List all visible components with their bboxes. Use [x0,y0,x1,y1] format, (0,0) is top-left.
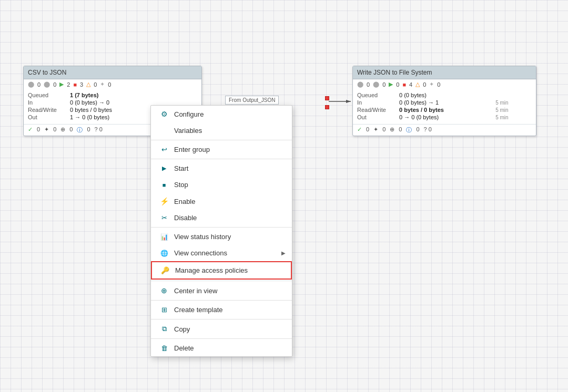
menu-item-stop[interactable]: ■ Stop [151,177,292,193]
stop-icon: ■ [159,182,169,188]
view-status-history-icon: 📊 [159,233,169,241]
menu-item-view-connections[interactable]: 🌐 View connections ▶ [151,245,292,261]
divider-3 [151,227,292,228]
create-template-icon: ⊞ [159,306,169,314]
copy-label: Copy [174,325,190,333]
disable-icon: ✂ [159,214,169,222]
center-in-view-icon: ⊕ [159,286,169,295]
divider-5 [151,300,292,301]
start-icon: ▶ [159,165,169,172]
csv-to-json-stats: ⬤ 0 ⬤ 0 ▶ 2 ■ 3 △ 0 ✦ 0 [24,79,201,89]
port-output-top [325,96,329,100]
view-connections-label: View connections [174,249,227,257]
manage-access-policies-icon: 🔑 [160,266,170,274]
enter-group-label: Enter group [174,146,210,153]
menu-item-configure[interactable]: ⚙ Configure [151,106,292,122]
start-label: Start [174,164,188,172]
submenu-arrow-icon: ▶ [281,250,286,256]
menu-item-create-template[interactable]: ⊞ Create template [151,302,292,318]
create-template-label: Create template [174,306,223,314]
stop-label: Stop [174,181,188,189]
configure-icon: ⚙ [159,110,169,118]
write-json-title: Write JSON to File System [353,66,536,79]
enable-label: Enable [174,198,195,205]
menu-item-enter-group[interactable]: ↩ Enter group [151,141,292,158]
divider-6 [151,319,292,319]
menu-item-copy[interactable]: ⧉ Copy [151,321,292,337]
connection-from-label: From Output_JSON [225,96,279,105]
write-json-footer: ✓ 0 ✦ 0 ⊕ 0 ⓘ 0 ? 0 [353,124,536,136]
divider-7 [151,338,292,339]
delete-label: Delete [174,344,194,352]
center-in-view-label: Center in view [174,287,217,295]
node-title-text: Write JSON to File System [357,69,432,76]
configure-label: Configure [174,110,204,118]
menu-item-center-in-view[interactable]: ⊕ Center in view [151,282,292,299]
menu-item-start[interactable]: ▶ Start [151,160,292,177]
manage-access-policies-label: Manage access policies [175,266,248,274]
context-menu: ⚙ Configure Variables ↩ Enter group ▶ St… [150,105,292,357]
menu-item-variables[interactable]: Variables [151,122,292,139]
view-connections-icon: 🌐 [159,250,169,257]
write-json-stats: ⬤ 0 ⬤ 0 ▶ 0 ■ 4 △ 0 ✦ 0 [353,79,536,89]
delete-icon: 🗑 [159,344,169,352]
csv-to-json-title: CSV to JSON [24,66,201,79]
divider-2 [151,159,292,159]
view-status-history-label: View status history [174,233,231,241]
write-json-node[interactable]: Write JSON to File System ⬤ 0 ⬤ 0 ▶ 0 ■ … [352,66,536,136]
menu-item-view-status-history[interactable]: 📊 View status history [151,229,292,245]
enter-group-icon: ↩ [159,146,169,153]
divider-4 [151,281,292,281]
port-output-bottom [325,105,329,109]
divider-1 [151,140,292,140]
disable-label: Disable [174,214,197,222]
enable-icon: ⚡ [159,197,169,205]
menu-item-enable[interactable]: ⚡ Enable [151,193,292,210]
variables-label: Variables [174,127,202,135]
menu-item-delete[interactable]: 🗑 Delete [151,340,292,356]
node-title-text: CSV to JSON [28,69,66,76]
menu-item-manage-access-policies[interactable]: 🔑 Manage access policies [151,261,292,280]
menu-item-disable[interactable]: ✂ Disable [151,210,292,226]
write-json-body: Queued 0 (0 bytes) In 0 (0 bytes) → 1 5 … [353,89,536,124]
copy-icon: ⧉ [159,325,169,333]
